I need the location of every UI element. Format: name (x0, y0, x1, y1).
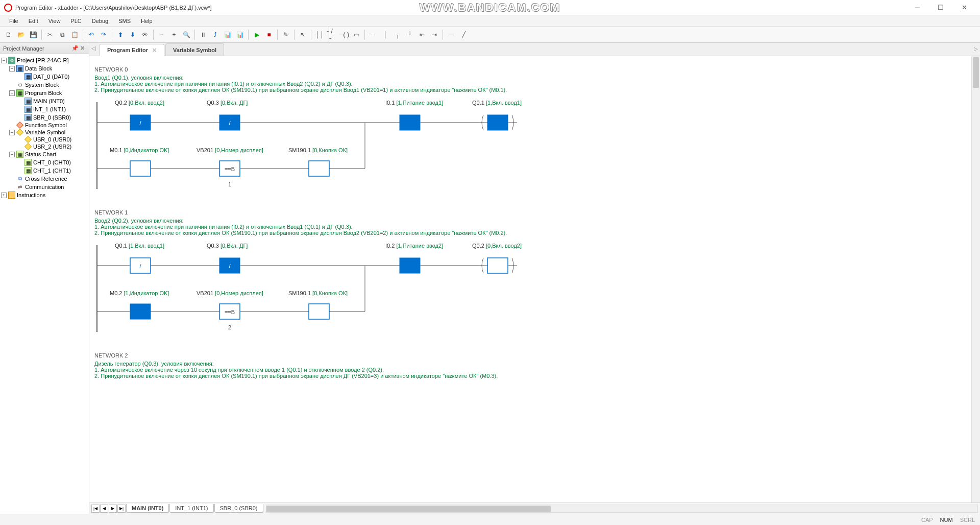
line2-icon[interactable]: ╱ (458, 29, 469, 40)
contact-m02[interactable]: M0.2 [1,Индикатор OK] (110, 290, 169, 319)
pause-icon[interactable]: ⏸ (198, 29, 209, 40)
nav-last-icon[interactable]: ▶| (117, 505, 126, 513)
sheet-main[interactable]: MAIN (INT0) (126, 504, 169, 513)
ladder-canvas[interactable]: NETWORK 0 Ввод1 (Q0.1), условия включени… (89, 56, 980, 503)
contact-sm190b[interactable]: SM190.1 [0,Кнопка ОК] (288, 290, 348, 319)
tab-close-icon[interactable]: ✕ (152, 47, 157, 54)
tree-instructions[interactable]: +Instructions (1, 191, 88, 199)
undo-icon[interactable]: ↶ (86, 29, 97, 40)
menu-plc[interactable]: PLC (65, 17, 86, 25)
line-v-icon[interactable]: │ (380, 29, 391, 40)
menu-file[interactable]: File (4, 17, 23, 25)
tree-project[interactable]: −⚙Project [PR-24AC-R] (1, 56, 88, 64)
compare-vb201b[interactable]: VB201 [0,Номер дисплея] ==B 2 (197, 290, 263, 330)
run-icon[interactable]: ▶ (251, 29, 262, 40)
tree-cht1[interactable]: ▦CHT_1 (CHT1) (1, 166, 88, 175)
tree-cross-reference[interactable]: ⧉Cross Reference (1, 175, 88, 183)
menu-edit[interactable]: Edit (23, 17, 43, 25)
compare-vb201[interactable]: VB201 [0,Номер дисплея] ==B 1 (197, 147, 263, 187)
new-icon[interactable]: 🗋 (3, 29, 14, 40)
coil-q02[interactable]: Q0.2 [0,Вкл. ввод2] (472, 243, 522, 273)
menu-view[interactable]: View (43, 17, 66, 25)
nav-next-icon[interactable]: ▶ (109, 505, 117, 513)
download-icon[interactable]: ⬇ (127, 29, 138, 40)
zoom-in-icon[interactable]: + (168, 29, 180, 40)
chart2-icon[interactable]: 📊 (234, 29, 246, 40)
menu-help[interactable]: Help (136, 17, 158, 25)
pin-icon[interactable]: 📌 (71, 45, 79, 52)
tree-variable-symbol[interactable]: −Variable Symbol (1, 129, 88, 136)
menu-debug[interactable]: Debug (87, 17, 113, 25)
tree-int1[interactable]: ▦INT_1 (INT1) (1, 105, 88, 113)
contact-q03b[interactable]: Q0.3 [0,Вкл. ДГ] / (207, 243, 248, 273)
sheet-sbr0[interactable]: SBR_0 (SBR0) (214, 504, 263, 513)
open-icon[interactable]: 📂 (15, 29, 27, 40)
tree-status-chart[interactable]: −▦Status Chart (1, 150, 88, 158)
tree-main[interactable]: ▦MAIN (INT0) (1, 97, 88, 105)
contact-no-icon[interactable]: ┤├ (314, 29, 325, 40)
select-icon[interactable]: ↖ (297, 29, 308, 40)
vertical-scrollbar[interactable] (971, 56, 980, 503)
minimize-button[interactable]: ─ (905, 1, 929, 15)
ladder-rung[interactable]: Q0.2 [0,Вкл. ввод2] / Q0.3 [0,Вкл. ДГ] /… (94, 97, 758, 194)
contact-nc-icon[interactable]: ┤/├ (326, 29, 337, 40)
edit-icon[interactable]: ✎ (280, 29, 291, 40)
tab-program-editor[interactable]: Program Editor✕ (100, 44, 164, 56)
contact-q01[interactable]: Q0.1 [1,Вкл. ввод1] / (115, 243, 164, 273)
contact-sm190[interactable]: SM190.1 [0,Кнопка ОК] (288, 147, 348, 176)
close-button[interactable]: ✕ (952, 1, 976, 15)
save-icon[interactable]: 💾 (28, 29, 39, 40)
contact-q02[interactable]: Q0.2 [0,Вкл. ввод2] / (115, 100, 164, 130)
jump-icon[interactable]: ⤴ (210, 29, 221, 40)
line-h-icon[interactable]: ─ (368, 29, 379, 40)
zoom-icon[interactable]: 🔍 (181, 29, 192, 40)
coil-q01[interactable]: Q0.1 [1,Вкл. ввод1] (472, 100, 522, 130)
sheet-int1[interactable]: INT_1 (INT1) (169, 504, 213, 513)
tab-variable-symbol[interactable]: Variable Symbol (165, 43, 224, 56)
tree-program-block[interactable]: −▦Program Block (1, 89, 88, 97)
contact-i01[interactable]: I0.1 [1,Питание ввод1] (385, 100, 443, 130)
tab-forward-icon[interactable]: ▷ (974, 46, 978, 52)
tree-data-block[interactable]: −▦Data Block (1, 64, 88, 73)
tree-communication[interactable]: ⇄Communication (1, 183, 88, 191)
maximize-button[interactable]: ☐ (929, 1, 952, 15)
svg-rect-21 (487, 115, 508, 130)
stop-icon[interactable]: ■ (263, 29, 275, 40)
nav-first-icon[interactable]: |◀ (91, 505, 100, 513)
contact-q03[interactable]: Q0.3 [0,Вкл. ДГ] / (207, 100, 248, 130)
zoom-out-icon[interactable]: − (156, 29, 167, 40)
branch-up-icon[interactable]: ┘ (404, 29, 415, 40)
cut-icon[interactable]: ✂ (44, 29, 56, 40)
tree-usr2[interactable]: USR_2 (USR2) (1, 143, 88, 150)
copy-icon[interactable]: ⧉ (57, 29, 68, 40)
svg-text:SM190.1 [0,Кнопка ОК]: SM190.1 [0,Кнопка ОК] (288, 290, 348, 296)
tree-dat0[interactable]: ▦DAT_0 (DAT0) (1, 73, 88, 81)
del-v-icon[interactable]: ⇥ (429, 29, 440, 40)
redo-icon[interactable]: ↷ (98, 29, 109, 40)
box-icon[interactable]: ▭ (351, 29, 362, 40)
tree-cht0[interactable]: ▦CHT_0 (CHT0) (1, 158, 88, 166)
separator (277, 30, 278, 40)
tab-back-icon[interactable]: ◁ (91, 45, 95, 52)
chart-icon[interactable]: 📊 (222, 29, 233, 40)
tree-usr0[interactable]: USR_0 (USR0) (1, 136, 88, 143)
network-title: NETWORK 1 (94, 209, 840, 216)
tree-system-block[interactable]: ⚙System Block (1, 81, 88, 89)
del-h-icon[interactable]: ⇤ (416, 29, 428, 40)
branch-down-icon[interactable]: ┐ (392, 29, 403, 40)
nav-prev-icon[interactable]: ◀ (100, 505, 108, 513)
ladder-rung[interactable]: Q0.1 [1,Вкл. ввод1] / Q0.3 [0,Вкл. ДГ] /… (94, 240, 758, 337)
upload-icon[interactable]: ⬆ (115, 29, 126, 40)
contact-m01[interactable]: M0.1 [0,Индикатор OK] (110, 147, 169, 176)
monitor-icon[interactable]: 👁 (139, 29, 151, 40)
horizontal-scrollbar[interactable] (266, 505, 978, 513)
tree-sbr0[interactable]: ▦SBR_0 (SBR0) (1, 113, 88, 122)
close-panel-icon[interactable]: ✕ (79, 45, 86, 52)
line1-icon[interactable]: ─ (446, 29, 457, 40)
contact-i02[interactable]: I0.2 [1,Питание ввод2] (385, 243, 443, 273)
paste-icon[interactable]: 📋 (69, 29, 80, 40)
svg-text:VB201 [0,Номер дисплея]: VB201 [0,Номер дисплея] (197, 290, 263, 296)
menu-sms[interactable]: SMS (113, 17, 136, 25)
tree-function-symbol[interactable]: Function Symbol (1, 122, 88, 129)
coil-icon[interactable]: ─( ) (338, 29, 350, 40)
